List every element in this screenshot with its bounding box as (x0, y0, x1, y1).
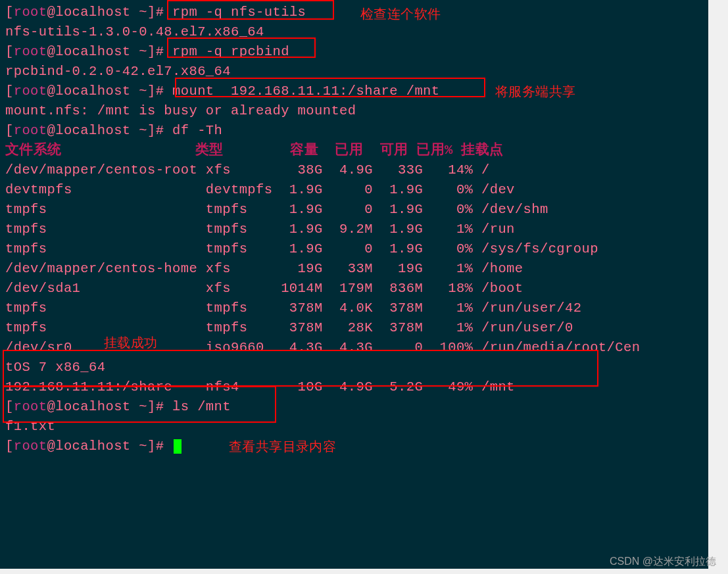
command-df: df -Th (172, 123, 222, 138)
terminal-line: [root@localhost ~]# rpm -q rpcbind (5, 42, 708, 62)
output-line: f1.txt (5, 417, 708, 437)
df-row: tmpfs tmpfs 378M 4.0K 378M 1% /run/user/… (5, 299, 708, 318)
command-rpm-nfs: rpm -q nfs-utils (172, 5, 306, 20)
command-mount: mount 192.168.11.11:/share /mnt (172, 84, 439, 99)
df-row: /dev/mapper/centos-root xfs 38G 4.9G 33G… (5, 160, 708, 180)
df-row: /dev/mapper/centos-home xfs 19G 33M 19G … (5, 259, 708, 279)
cursor-icon (174, 439, 182, 454)
output-line: mount.nfs: /mnt is busy or already mount… (5, 101, 708, 121)
terminal-line: [root@localhost ~]# ls /mnt (5, 397, 708, 417)
df-row-nfs: 192.168.11.11:/share nfs4 10G 4.9G 5.2G … (5, 377, 708, 397)
watermark: CSDN @达米安利拉德 (610, 555, 716, 569)
terminal-line: [root@localhost ~]# mount 192.168.11.11:… (5, 82, 708, 101)
output-line: rpcbind-0.2.0-42.el7.x86_64 (5, 62, 708, 82)
terminal-line: [root@localhost ~]# df -Th (5, 121, 708, 141)
df-row: devtmpfs devtmpfs 1.9G 0 1.9G 0% /dev (5, 180, 708, 200)
df-row: /dev/sr0 iso9660 4.3G 4.3G 0 100% /run/m… (5, 338, 708, 358)
df-row: /dev/sda1 xfs 1014M 179M 836M 18% /boot (5, 279, 708, 299)
df-row: tmpfs tmpfs 1.9G 9.2M 1.9G 1% /run (5, 220, 708, 239)
df-row: tmpfs tmpfs 378M 28K 378M 1% /run/user/0 (5, 318, 708, 338)
command-rpm-rpcbind: rpm -q rpcbind (172, 44, 289, 59)
command-ls: ls /mnt (172, 399, 231, 414)
output-line: nfs-utils-1.3.0-0.48.el7.x86_64 (5, 22, 708, 42)
terminal-line: [root@localhost ~]# (5, 437, 708, 456)
terminal-window[interactable]: [root@localhost ~]# rpm -q nfs-utils nfs… (0, 0, 708, 569)
terminal-line: [root@localhost ~]# rpm -q nfs-utils (5, 3, 708, 22)
df-row: tmpfs tmpfs 1.9G 0 1.9G 0% /sys/fs/cgrou… (5, 239, 708, 259)
df-row: tOS 7 x86_64 (5, 358, 708, 377)
df-header: 文件系统 类型 容量 已用 可用 已用% 挂载点 (5, 141, 708, 160)
df-row: tmpfs tmpfs 1.9G 0 1.9G 0% /dev/shm (5, 200, 708, 220)
